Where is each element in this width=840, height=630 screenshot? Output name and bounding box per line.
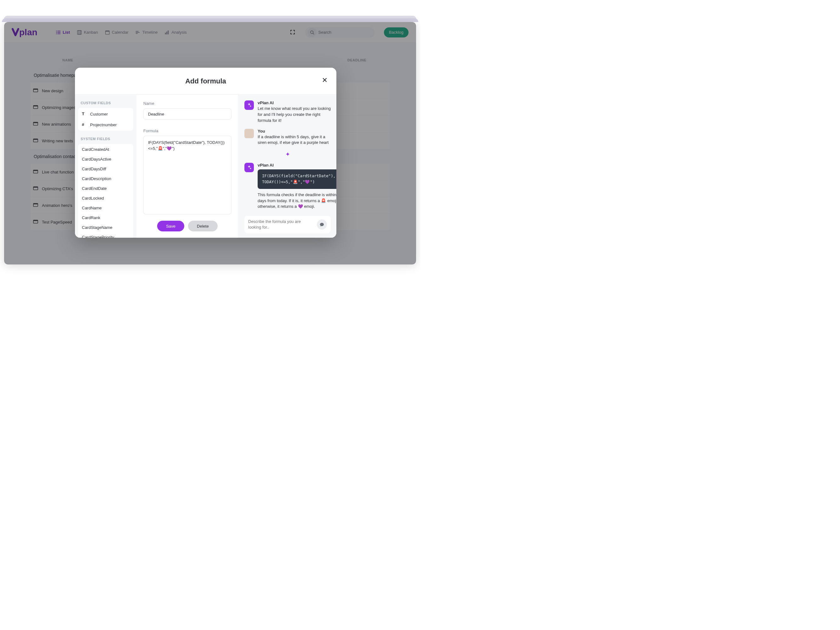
save-button[interactable]: Save: [157, 221, 184, 232]
field-item[interactable]: T Customer: [78, 109, 133, 119]
delete-button[interactable]: Delete: [188, 221, 218, 232]
ai-prompt-input[interactable]: [248, 219, 314, 230]
formula-textarea[interactable]: IF(DAYS(field("CardStartDate"), TODAY())…: [143, 136, 232, 214]
field-label: CardDescription: [82, 176, 111, 181]
field-item[interactable]: CardCreatedAt: [78, 145, 133, 154]
ai-message: vPlan AI Let me know what result you are…: [245, 101, 331, 124]
chat-icon: [320, 222, 324, 227]
field-label: CardEndDate: [82, 186, 107, 191]
field-item[interactable]: CardDescription: [78, 174, 133, 184]
field-item[interactable]: CardDaysDiff: [78, 164, 133, 174]
field-label: CardDaysActive: [82, 157, 111, 162]
field-item[interactable]: CardName: [78, 203, 133, 213]
field-label: CardStageName: [82, 225, 112, 230]
field-label: CardName: [82, 206, 102, 210]
modal-header: Add formula: [75, 68, 336, 95]
ai-explain-text: This formula checks if the deadline is w…: [257, 192, 336, 210]
system-fields-list: CardCreatedAt CardDaysActive CardDaysDif…: [78, 144, 133, 238]
close-icon[interactable]: [322, 77, 329, 84]
ai-intro-text: Let me know what result you are looking …: [257, 106, 331, 124]
field-item[interactable]: CardRank: [78, 213, 133, 223]
field-label: CardLocked: [82, 196, 104, 200]
field-label: CardDaysDiff: [82, 167, 106, 171]
send-button[interactable]: [317, 219, 327, 230]
user-message-text: If a deadline is within 5 days, give it …: [257, 134, 331, 146]
user-avatar: [245, 129, 254, 138]
add-formula-modal: Add formula CUSTOM FIELDS T Customer # P…: [75, 68, 336, 238]
modal-title: Add formula: [185, 77, 226, 85]
field-item[interactable]: # Projectnumber: [78, 119, 133, 130]
system-fields-header: SYSTEM FIELDS: [78, 135, 133, 144]
name-field-label: Name: [143, 101, 232, 106]
app-window: plan List Kanban Calendar: [4, 22, 416, 265]
field-label: CardStagePriority: [82, 235, 114, 238]
ai-code-block: IF(DAYS(field("CardStartDate"), TODAY())…: [257, 169, 336, 189]
text-type-icon: T: [82, 112, 87, 117]
number-type-icon: #: [82, 122, 87, 127]
sparkle-icon: [245, 163, 254, 172]
custom-fields-header: CUSTOM FIELDS: [78, 99, 133, 108]
user-message: You If a deadline is within 5 days, give…: [245, 129, 331, 146]
formula-name-input[interactable]: [143, 108, 232, 120]
sparkle-icon: [245, 101, 254, 110]
fields-panel: CUSTOM FIELDS T Customer # Projectnumber…: [75, 95, 136, 238]
window-stack-shadow: [2, 18, 418, 22]
field-item[interactable]: CardEndDate: [78, 184, 133, 193]
field-item[interactable]: CardStagePriority: [78, 232, 133, 238]
field-label: Projectnumber: [90, 123, 117, 127]
formula-form: Name Formula IF(DAYS(field("CardStartDat…: [136, 95, 239, 238]
field-label: CardCreatedAt: [82, 147, 109, 152]
ai-prompt-box: [245, 216, 331, 233]
sparkle-divider-icon: ✦: [245, 151, 331, 158]
formula-field-label: Formula: [143, 128, 232, 133]
ai-panel: vPlan AI Let me know what result you are…: [239, 95, 336, 238]
field-item[interactable]: CardLocked: [78, 193, 133, 203]
ai-sender-name: vPlan AI: [257, 101, 331, 105]
field-label: CardRank: [82, 215, 101, 220]
field-item[interactable]: CardStageName: [78, 223, 133, 232]
field-label: Customer: [90, 112, 108, 117]
custom-fields-list: T Customer # Projectnumber: [78, 108, 133, 131]
field-item[interactable]: CardDaysActive: [78, 154, 133, 164]
user-sender-name: You: [257, 129, 331, 134]
ai-sender-name: vPlan AI: [257, 163, 336, 167]
ai-message: vPlan AI IF(DAYS(field("CardStartDate"),…: [245, 163, 331, 210]
